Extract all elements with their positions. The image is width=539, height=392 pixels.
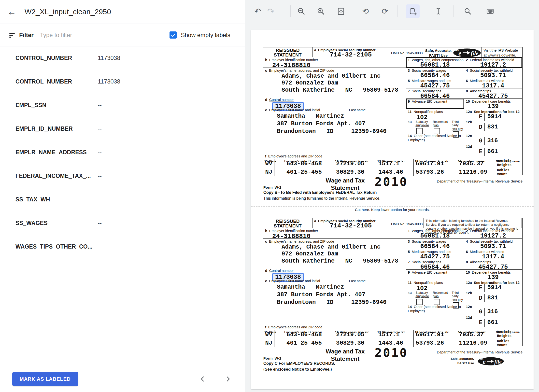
box-3: 3Social security wages 66584.46: [406, 68, 464, 78]
state-local-table: 15State WV NJ Employer's state ID number…: [263, 330, 522, 347]
back-button[interactable]: ←: [6, 6, 18, 18]
box-20-locality-name: 20Locality name Dominic Heights Robles M…: [495, 330, 522, 347]
omb-number: OMB No. 1545-0008: [389, 222, 424, 228]
box-5: 5Medicare wages and tips 45427.75: [406, 249, 464, 259]
box-10: 10Dependent care benefits 139: [464, 99, 522, 109]
box-b-ein: bEmployer identification number 24-31888…: [263, 228, 406, 239]
box-3: 3Social security wages 66584.46: [406, 239, 464, 249]
box-d-control-number: dControl number 1173038: [263, 97, 406, 107]
box-16-state-wages: 16State wages, tips, etc. 27219.05 30829…: [334, 330, 376, 347]
label-row[interactable]: CONTROL_NUMBER1173038: [0, 46, 245, 70]
box-9: 9Advance EIC payment: [406, 270, 464, 280]
redo-button[interactable]: ↷: [265, 5, 277, 17]
label-row[interactable]: SS_TAX_WH--: [0, 188, 245, 211]
bottom-bar: MARK AS LABELED: [0, 366, 245, 392]
box-d-control-number: dControl number 1173038: [263, 268, 406, 278]
toolbar-separator: [355, 5, 355, 17]
rotate-right-button[interactable]: ⟳: [379, 5, 391, 17]
show-empty-labels-label: Show empty labels: [181, 24, 230, 46]
box-17-state-income-tax: 17State income tax 1517.1 1443.46: [376, 159, 414, 176]
box-c-employer: cEmployer's name, address, and ZIP code …: [263, 239, 406, 268]
box-a-ssn: aEmployee's social security number 714-3…: [312, 47, 389, 57]
keyboard-icon: [486, 7, 494, 15]
visit-irs-note: Visit the IRS Website at www.irs.gov/efi…: [482, 47, 522, 57]
box-14: 14Other (see enclosed Notice to Employee…: [406, 304, 464, 330]
box-11: 11Nonqualified plans 102: [406, 280, 464, 290]
box-12a: 12aSee instructions for box 12 E5914: [464, 109, 522, 119]
omb-number: OMB No. 1545-0008: [389, 51, 424, 57]
box-13-checkboxes: 13 Statutoryemployee Retirementplan Thir…: [406, 119, 464, 133]
box-12d: 12d E661: [464, 144, 522, 154]
filter-input[interactable]: [40, 31, 144, 39]
box-5: 5Medicare wages and tips 45427.75: [406, 78, 464, 88]
employee-city-state-zip: Brandontown ID 12359-6940: [277, 298, 406, 306]
box-7: 7Social security tips 66584.46: [406, 88, 464, 98]
box-15-state: 15State WV NJ: [263, 159, 274, 176]
zoom-in-icon: [317, 7, 325, 15]
zoom-in-button[interactable]: [315, 5, 327, 17]
employer-street: 972 Gonzalez Dam: [282, 251, 406, 258]
svg-text:file: file: [471, 50, 478, 56]
filter-label: Filter: [19, 32, 34, 39]
box-f-label: fEmployee's address and ZIP code: [263, 154, 406, 159]
box-8: 8Allocated tips 45427.75: [464, 88, 522, 98]
svg-text:e: e: [458, 49, 461, 57]
toolbar-separator: [290, 5, 291, 17]
box-18-local-wages: 18Local wages, tips, etc. 69617.91 53793…: [414, 330, 457, 347]
zoom-out-button[interactable]: [295, 5, 307, 17]
rotate-left-button[interactable]: ⟲: [360, 5, 371, 17]
back-arrow-icon: ←: [7, 6, 16, 18]
label-row[interactable]: EMPL_SSN--: [0, 93, 245, 117]
search-icon: [464, 7, 472, 15]
text-select-tool[interactable]: [432, 5, 444, 17]
box-9: 9Advance EIC payment: [406, 99, 464, 109]
label-row[interactable]: SS_WAGES--: [0, 211, 245, 235]
previous-document-button[interactable]: [197, 374, 208, 384]
next-document-button[interactable]: [223, 374, 233, 384]
employer-name: Adams, Chase and Gilbert Inc: [282, 73, 406, 80]
chevron-right-icon: [225, 376, 231, 382]
w2-copy-b: REISSUED STATEMENT aEmployee's social se…: [251, 47, 534, 202]
zoom-out-icon: [297, 7, 305, 15]
w2-copy-c: REISSUED STATEMENT aEmployee's social se…: [251, 218, 534, 373]
mark-as-labeled-button[interactable]: MARK AS LABELED: [12, 372, 78, 386]
box-6: 6Medicare tax withheld 1317.4: [464, 78, 522, 88]
employer-state-id: Employer's state ID number 643-86-468 40…: [274, 159, 334, 176]
check-icon: [170, 32, 176, 38]
safe-accurate-note: Safe, accurate, FAST! Use IRS e file: [449, 356, 504, 366]
label-row[interactable]: EMPLR_ID_NUMBER--: [0, 117, 245, 140]
box-13-checkboxes: 13 Statutoryemployee Retirementplan Thir…: [406, 290, 464, 304]
show-empty-labels-checkbox[interactable]: [170, 31, 177, 39]
add-bounding-box-tool[interactable]: [406, 4, 420, 18]
w2-form: REISSUED STATEMENT aEmployee's social se…: [263, 47, 523, 175]
redo-icon: ↷: [267, 6, 274, 16]
filter-icon: [9, 33, 15, 38]
employer-street: 972 Gonzalez Dam: [282, 80, 406, 87]
keyboard-shortcuts-button[interactable]: [484, 5, 496, 17]
label-row[interactable]: CONTROL_NUMBER1173038: [0, 70, 245, 93]
employee-street: 387 Burton Fords Apt. 407: [277, 291, 406, 298]
text-cursor-icon: [434, 7, 442, 15]
box-2: 2Federal income tax withheld 19127.2: [464, 57, 522, 68]
svg-text:file: file: [494, 359, 502, 365]
filter-bar: Filter Show empty labels: [0, 24, 245, 46]
employee-name: Samantha Martinez: [277, 283, 406, 291]
add-bounding-box-icon: [409, 7, 417, 15]
box-8: 8Allocated tips 45427.75: [464, 259, 522, 269]
undo-button[interactable]: ↶: [252, 5, 264, 17]
form-footer: Form W-2 Wage and Tax Statement 2010 Dep…: [263, 175, 523, 202]
box-14: 14Other (see enclosed Notice to Employee…: [406, 133, 464, 159]
label-row[interactable]: EMPLR_NAME_ADDRESS--: [0, 140, 245, 164]
fit-to-width-button[interactable]: [335, 5, 347, 17]
search-button[interactable]: [462, 5, 474, 17]
irs-efile-logo: IRS e file: [453, 48, 482, 58]
box-15-state: 15State WV NJ: [263, 330, 274, 347]
box-10: 10Dependent care benefits 139: [464, 270, 522, 280]
panel-header: ← W2_XL_input_clean_2950: [0, 0, 245, 24]
label-row[interactable]: FEDERAL_INCOME_TAX_...--: [0, 164, 245, 188]
state-local-table: 15State WV NJ Employer's state ID number…: [263, 159, 522, 176]
label-row[interactable]: WAGES_TIPS_OTHER_CO...--: [0, 235, 245, 258]
box-a-ssn: aEmployee's social security number 714-3…: [312, 218, 389, 228]
employer-city-state-zip: South Katherine NC 95869-5178: [282, 87, 406, 94]
toolbar-separator: [453, 5, 454, 17]
